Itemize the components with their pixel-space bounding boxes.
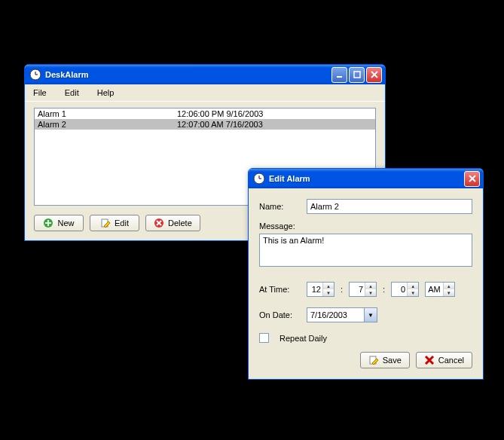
minute-input[interactable] xyxy=(350,285,365,294)
date-row: On Date: ▼ xyxy=(259,307,472,322)
button-label: New xyxy=(57,218,74,228)
delete-button[interactable]: Delete xyxy=(145,215,200,231)
dialog-title: Edit Alarm xyxy=(269,174,464,183)
svg-rect-4 xyxy=(354,72,360,78)
repeat-row: Repeat Daily xyxy=(259,333,472,343)
date-picker[interactable]: ▼ xyxy=(307,307,377,322)
hour-input[interactable] xyxy=(307,285,322,294)
message-field[interactable] xyxy=(259,234,472,267)
new-button[interactable]: New xyxy=(34,215,84,231)
message-label: Message: xyxy=(259,222,472,231)
colon: : xyxy=(341,285,343,294)
down-arrow-icon[interactable]: ▼ xyxy=(365,289,376,296)
minute-stepper[interactable]: ▲▼ xyxy=(349,282,377,297)
dialog-content: Name: Message: At Time: ▲▼ : ▲▼ : ▲▼ AM▲… xyxy=(249,188,483,379)
time-label: At Time: xyxy=(259,285,301,294)
button-label: Save xyxy=(383,356,402,365)
window-controls xyxy=(331,67,382,83)
menu-file[interactable]: File xyxy=(31,87,49,99)
window-title: DeskAlarm xyxy=(45,70,331,79)
alarm-name: Alarm 1 xyxy=(38,109,177,118)
edit-alarm-dialog: Edit Alarm Name: Message: At Time: ▲▼ : … xyxy=(248,168,484,380)
edit-button[interactable]: Edit xyxy=(90,215,139,231)
alarm-name: Alarm 2 xyxy=(38,120,177,129)
time-row: At Time: ▲▼ : ▲▼ : ▲▼ AM▲▼ xyxy=(259,282,472,297)
button-label: Cancel xyxy=(438,356,464,365)
menu-edit[interactable]: Edit xyxy=(63,87,81,99)
hour-stepper[interactable]: ▲▼ xyxy=(307,282,334,297)
delete-icon xyxy=(154,218,164,228)
clock-icon xyxy=(29,69,41,81)
close-button[interactable] xyxy=(366,67,382,83)
name-field[interactable] xyxy=(307,199,472,214)
colon: : xyxy=(383,285,385,294)
ampm-stepper[interactable]: AM▲▼ xyxy=(425,282,455,297)
down-arrow-icon[interactable]: ▼ xyxy=(323,289,334,296)
up-arrow-icon[interactable]: ▲ xyxy=(408,283,418,289)
message-row: Message: xyxy=(259,222,472,268)
chevron-down-icon[interactable]: ▼ xyxy=(364,308,377,322)
list-item[interactable]: Alarm 1 12:06:00 PM 9/16/2003 xyxy=(35,108,375,119)
up-arrow-icon[interactable]: ▲ xyxy=(323,283,334,289)
alarm-time: 12:06:00 PM 9/16/2003 xyxy=(177,109,372,118)
second-stepper[interactable]: ▲▼ xyxy=(391,282,419,297)
dialog-buttons: Save Cancel xyxy=(259,352,472,368)
titlebar[interactable]: DeskAlarm xyxy=(25,65,385,84)
date-input[interactable] xyxy=(307,310,364,319)
name-label: Name: xyxy=(259,202,301,211)
minimize-button[interactable] xyxy=(331,67,347,83)
date-label: On Date: xyxy=(259,310,301,319)
cancel-button[interactable]: Cancel xyxy=(416,352,472,368)
ampm-value: AM xyxy=(426,285,443,294)
cancel-icon xyxy=(424,355,435,365)
up-arrow-icon[interactable]: ▲ xyxy=(444,283,454,289)
up-arrow-icon[interactable]: ▲ xyxy=(365,283,376,289)
dialog-titlebar[interactable]: Edit Alarm xyxy=(249,169,483,188)
repeat-label: Repeat Daily xyxy=(279,334,327,343)
edit-icon xyxy=(100,218,111,228)
clock-icon xyxy=(253,173,265,185)
menubar: File Edit Help xyxy=(25,84,385,102)
repeat-checkbox[interactable] xyxy=(259,333,269,343)
down-arrow-icon[interactable]: ▼ xyxy=(444,289,454,296)
menu-help[interactable]: Help xyxy=(95,87,117,99)
add-icon xyxy=(43,218,53,228)
window-controls xyxy=(464,171,480,187)
save-icon xyxy=(368,355,379,365)
down-arrow-icon[interactable]: ▼ xyxy=(408,289,418,296)
button-label: Edit xyxy=(115,218,129,228)
save-button[interactable]: Save xyxy=(360,352,410,368)
second-input[interactable] xyxy=(392,285,407,294)
button-label: Delete xyxy=(168,218,192,228)
maximize-button[interactable] xyxy=(349,67,365,83)
alarm-time: 12:07:00 AM 7/16/2003 xyxy=(177,120,372,129)
list-item[interactable]: Alarm 2 12:07:00 AM 7/16/2003 xyxy=(35,119,375,130)
close-button[interactable] xyxy=(464,171,480,187)
name-row: Name: xyxy=(259,199,472,214)
